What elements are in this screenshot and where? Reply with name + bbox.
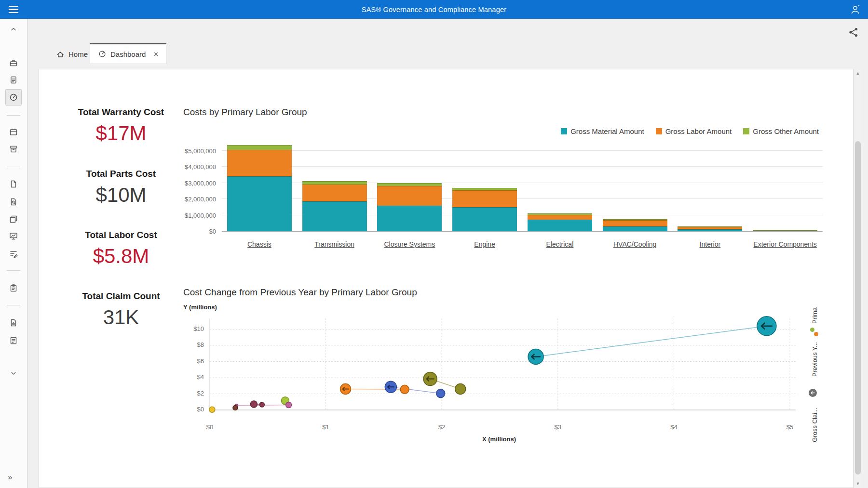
file-icon[interactable] — [9, 179, 18, 189]
dashboard-gauge-icon[interactable] — [5, 89, 22, 106]
bubble-maroon[interactable] — [259, 402, 264, 407]
bar-segment[interactable] — [302, 181, 367, 185]
report-check-icon[interactable] — [9, 336, 18, 345]
copy-icon[interactable] — [9, 214, 18, 224]
user-avatar-icon[interactable] — [850, 4, 861, 15]
file-chart-icon[interactable] — [9, 318, 18, 328]
bubble-blue[interactable] — [436, 389, 445, 398]
briefcase-icon[interactable] — [9, 58, 18, 68]
kpi-value: $5.8M — [58, 245, 184, 268]
archive-box-icon[interactable] — [9, 145, 18, 154]
bar-ytick: $3,000,000 — [162, 180, 216, 187]
app-bar: SAS® Governance and Compliance Manager — [0, 0, 868, 19]
bar-segment[interactable] — [302, 185, 367, 201]
bar-category-link[interactable]: Electrical — [522, 240, 597, 248]
stacked-bar[interactable] — [528, 213, 592, 231]
bubble-yellow[interactable] — [209, 407, 215, 412]
bubble-pink[interactable] — [286, 402, 292, 408]
bar-segment[interactable] — [227, 150, 292, 176]
file-search-icon[interactable] — [9, 197, 18, 207]
bar-segment[interactable] — [377, 183, 442, 186]
bar-category-link[interactable]: Chassis — [222, 240, 297, 248]
legend-label: Gross Material Amount — [570, 127, 644, 135]
legend-item: Gross Labor Amount — [656, 127, 732, 135]
bar-segment[interactable] — [377, 186, 442, 205]
stacked-bar[interactable] — [603, 219, 667, 231]
tab-dashboard[interactable]: Dashboard × — [90, 43, 166, 64]
kpi-warranty-cost: Total Warranty Cost $17M — [58, 107, 184, 145]
scrollbar-thumb[interactable] — [855, 141, 861, 475]
clipboard-icon[interactable] — [9, 283, 18, 293]
stacked-bar[interactable] — [377, 183, 442, 231]
bubble-brown[interactable] — [233, 405, 238, 410]
home-icon — [56, 50, 65, 59]
bubble-chart-title: Cost Change from Previous Year by Primar… — [183, 287, 417, 298]
bar-band — [447, 142, 522, 231]
bubble-orange[interactable] — [400, 385, 409, 394]
monitor-chart-icon[interactable] — [9, 231, 18, 241]
scroll-down-icon[interactable]: ▼ — [854, 479, 862, 488]
bar-category-link[interactable]: Transmission — [297, 240, 372, 248]
tab-home-label: Home — [68, 50, 88, 58]
bar-band — [522, 142, 597, 231]
bar-segment[interactable] — [452, 190, 517, 207]
close-tab-icon[interactable]: × — [153, 50, 158, 58]
bar-segment[interactable] — [377, 206, 442, 231]
vertical-scrollbar[interactable]: ▲ ▼ — [854, 69, 862, 488]
bar-segment[interactable] — [678, 229, 742, 231]
edit-list-icon[interactable] — [9, 249, 18, 259]
bar-category-link[interactable]: Exterior Components — [747, 240, 823, 248]
right-legend-previous-year-label: Previous Y... — [811, 342, 818, 377]
sidebar-divider — [7, 115, 20, 116]
share-icon[interactable] — [848, 26, 860, 39]
stacked-bar[interactable] — [452, 188, 517, 231]
right-legend-dot-orange — [814, 332, 818, 336]
scroll-up-icon[interactable]: ▲ — [854, 69, 862, 78]
sidebar: » — [0, 19, 27, 488]
hamburger-menu-icon[interactable] — [9, 4, 21, 14]
bubble-olive[interactable] — [455, 383, 466, 394]
document-check-icon[interactable] — [9, 75, 18, 85]
sidebar-divider — [7, 305, 20, 305]
bar-category-link[interactable]: HVAC/Cooling — [597, 240, 673, 248]
bubble-ytick: $4 — [175, 373, 204, 381]
bar-segment[interactable] — [603, 220, 667, 226]
bar-cats: ChassisTransmissionClosure SystemsEngine… — [222, 240, 823, 248]
bar-segment[interactable] — [528, 215, 592, 220]
bar-category-link[interactable]: Closure Systems — [372, 240, 448, 248]
stacked-bar[interactable] — [302, 181, 367, 231]
bubble-ytick: $0 — [175, 406, 204, 413]
sidebar-scroll-down-icon[interactable] — [9, 369, 18, 378]
legend-item: Gross Other Amount — [743, 127, 819, 135]
bar-category-link[interactable]: Interior — [673, 240, 748, 248]
bar-segment[interactable] — [528, 220, 592, 231]
bubble-maroon[interactable] — [250, 401, 257, 408]
tab-home[interactable]: Home — [48, 44, 95, 64]
screen: { "app_bar": { "title": "SAS® Governance… — [0, 0, 868, 488]
calendar-icon[interactable] — [9, 127, 18, 137]
sidebar-scroll-up-icon[interactable] — [9, 24, 18, 34]
bubble-svg — [210, 318, 808, 413]
sidebar-divider — [7, 270, 20, 271]
stacked-bar[interactable] — [227, 145, 292, 231]
bar-chart-title: Costs by Primary Labor Group — [183, 107, 307, 118]
bar-segment[interactable] — [227, 176, 292, 231]
stacked-bar[interactable] — [678, 226, 742, 231]
tab-dashboard-label: Dashboard — [110, 50, 146, 58]
bar-segment[interactable] — [452, 207, 517, 231]
previous-year-arrow-icon — [809, 389, 817, 397]
bar-segment[interactable] — [753, 231, 817, 231]
bar-ytick: $0 — [162, 228, 216, 235]
kpi-value: 31K — [58, 306, 184, 329]
legend-swatch — [743, 128, 749, 134]
app-title: SAS® Governance and Compliance Manager — [0, 6, 868, 13]
bar-ytick: $2,000,000 — [162, 196, 216, 203]
bar-segment[interactable] — [603, 226, 667, 231]
kpi-labor-cost: Total Labor Cost $5.8M — [58, 230, 184, 268]
bar-segment[interactable] — [302, 201, 367, 231]
bar-ytick: $5,000,000 — [162, 147, 216, 155]
bar-category-link[interactable]: Engine — [447, 240, 522, 248]
stacked-bar[interactable] — [753, 230, 817, 231]
bar-segment[interactable] — [227, 145, 292, 150]
sidebar-expand-icon[interactable]: » — [8, 473, 12, 482]
